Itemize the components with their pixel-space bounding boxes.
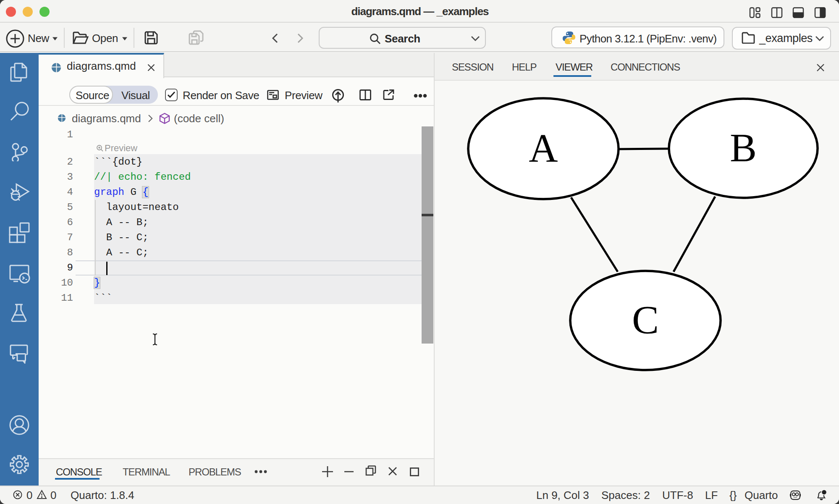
- svg-text:B: B: [730, 125, 757, 170]
- svg-text:C: C: [632, 297, 659, 342]
- svg-text:A: A: [529, 126, 558, 171]
